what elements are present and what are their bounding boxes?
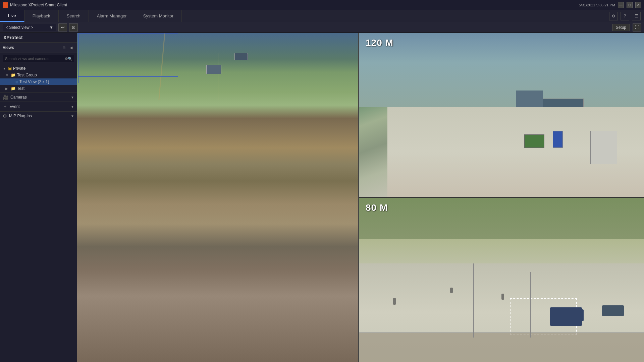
navtabs-right: ⚙ ? ☰ — [609, 10, 644, 22]
fullscreen-icon-btn[interactable]: ⛶ — [633, 23, 641, 32]
tree-item-testgroup[interactable]: ▼ 📁 Test Group — [0, 72, 77, 78]
tree-label-testview: Test View (2 x 1) — [19, 79, 49, 84]
white-structure — [590, 131, 617, 164]
event-section-icon: ＋ — [3, 104, 7, 110]
tab-playback[interactable]: Playback — [24, 10, 59, 22]
close-button[interactable]: ✕ — [635, 2, 641, 8]
pole-2 — [530, 272, 531, 338]
sidebar-section-mip: ⚙ MIP Plug-ins ▼ — [0, 111, 77, 120]
left-panel — [77, 33, 359, 362]
car-right-2 — [602, 305, 624, 316]
toolbar: < Select view > ▼ ↩ ⊡ Setup ⛶ — [0, 22, 644, 33]
search-icon: 🔍 — [68, 57, 72, 61]
search-box-container: ⚙ 🔍 — [3, 55, 74, 62]
content-area: 120 M — [77, 33, 644, 362]
barrier — [359, 333, 644, 362]
camera-main-bg — [77, 33, 358, 362]
sky-area — [359, 33, 644, 107]
tree-label-testgroup: Test Group — [17, 73, 37, 77]
app-title: Milestone XProtect Smart Client — [10, 3, 67, 7]
view-selector-label: < Select view > — [6, 25, 33, 30]
camera-icon-btn[interactable]: ⚙ — [609, 12, 618, 20]
featured-car — [550, 307, 582, 326]
help-icon-btn[interactable]: ? — [621, 12, 629, 20]
minimize-button[interactable]: — — [618, 2, 624, 8]
navtabs: Live Playback Search Alarm Manager Syste… — [0, 10, 644, 22]
view-icon-testview: ⊞ — [15, 80, 18, 84]
mip-chevron-icon: ▼ — [71, 114, 74, 118]
titlebar-right: 5/31/2021 5:36:21 PM — ◻ ✕ — [579, 2, 641, 8]
maximize-button[interactable]: ◻ — [627, 2, 633, 8]
right-feed-top: 120 M — [359, 33, 644, 198]
feed-top-bg — [359, 33, 644, 197]
road-line-1 — [159, 33, 165, 100]
main-layout: XProtect Views ⊞ ◀ ⚙ 🔍 ▼ ▣ Private ▼ — [0, 33, 644, 362]
feed-bottom-distance-label: 80 M — [366, 202, 388, 213]
tree-item-test[interactable]: ▶ 📁 Test — [0, 85, 77, 92]
sidebar-expand-icon[interactable]: ⊞ — [61, 45, 67, 51]
feed-bottom-bg — [359, 198, 644, 362]
vehicle-2 — [234, 53, 248, 60]
search-input[interactable] — [3, 55, 74, 62]
event-section-header[interactable]: ＋ Event ▼ — [0, 102, 77, 111]
tree-section: ▼ ▣ Private ▼ 📁 Test Group ⊞ Test View (… — [0, 64, 77, 93]
blue-equipment — [553, 131, 563, 148]
right-feed-bottom: 80 M — [359, 198, 644, 362]
sidebar: XProtect Views ⊞ ◀ ⚙ 🔍 ▼ ▣ Private ▼ — [0, 33, 77, 362]
expand-arrow-test: ▶ — [5, 87, 9, 90]
expand-arrow-private: ▼ — [3, 67, 7, 70]
folder-icon-test: 📁 — [11, 86, 16, 91]
green-container — [524, 134, 544, 148]
fit-icon-btn[interactable]: ⊡ — [69, 23, 78, 32]
mip-section-icon: ⚙ — [3, 113, 7, 119]
view-selector[interactable]: < Select view > ▼ — [3, 24, 56, 31]
truck-vehicle — [206, 65, 221, 74]
toolbar-right: Setup ⛶ — [612, 23, 641, 32]
right-panel: 120 M — [359, 33, 644, 362]
feed-top-distance-label: 120 M — [366, 38, 393, 48]
return-icon-btn[interactable]: ↩ — [58, 23, 67, 32]
tab-search[interactable]: Search — [59, 10, 89, 22]
main-camera-view[interactable] — [77, 33, 358, 362]
tree-item-private[interactable]: ▼ ▣ Private — [0, 65, 77, 72]
sidebar-app-title: XProtect — [0, 33, 77, 43]
tab-alarm-manager[interactable]: Alarm Manager — [89, 10, 135, 22]
mip-section-header[interactable]: ⚙ MIP Plug-ins ▼ — [0, 112, 77, 120]
person-1 — [450, 288, 453, 293]
expand-arrow-testgroup: ▼ — [5, 73, 9, 77]
sidebar-section-event: ＋ Event ▼ — [0, 102, 77, 111]
sidebar-collapse-icon[interactable]: ◀ — [68, 45, 74, 51]
titlebar: Milestone XProtect Smart Client 5/31/202… — [0, 0, 644, 10]
event-chevron-icon: ▼ — [71, 105, 74, 109]
view-selector-arrow: ▼ — [49, 25, 53, 30]
folder-icon-private: ▣ — [8, 66, 12, 71]
tab-system-monitor[interactable]: System Monitor — [135, 10, 182, 22]
cameras-section-header[interactable]: 🎥 Cameras ▼ — [0, 93, 77, 102]
person-3 — [393, 298, 396, 305]
cameras-section-label: Cameras — [10, 95, 69, 100]
user-icon-btn[interactable]: ☰ — [632, 12, 641, 20]
event-section-label: Event — [9, 104, 69, 109]
person-2 — [501, 294, 504, 300]
tab-live[interactable]: Live — [0, 10, 24, 22]
cameras-section-icon: 🎥 — [3, 95, 8, 100]
pole-1 — [473, 263, 474, 338]
mip-section-label: MIP Plug-ins — [9, 114, 69, 118]
sidebar-views-header: Views ⊞ ◀ — [0, 43, 77, 53]
datetime-display: 5/31/2021 5:36:21 PM — [579, 3, 615, 7]
titlebar-left: Milestone XProtect Smart Client — [3, 2, 67, 8]
cameras-chevron-icon: ▼ — [71, 96, 74, 99]
tree-item-testview[interactable]: ⊞ Test View (2 x 1) — [0, 78, 77, 85]
road-line-2 — [218, 53, 218, 100]
folder-icon-testgroup: 📁 — [11, 73, 16, 77]
setup-button[interactable]: Setup — [612, 24, 630, 31]
sidebar-views-label: Views — [3, 45, 14, 50]
tree-label-private: Private — [13, 66, 25, 71]
app-icon — [3, 2, 8, 8]
tree-label-test: Test — [17, 86, 24, 91]
sidebar-section-cameras: 🎥 Cameras ▼ — [0, 93, 77, 102]
